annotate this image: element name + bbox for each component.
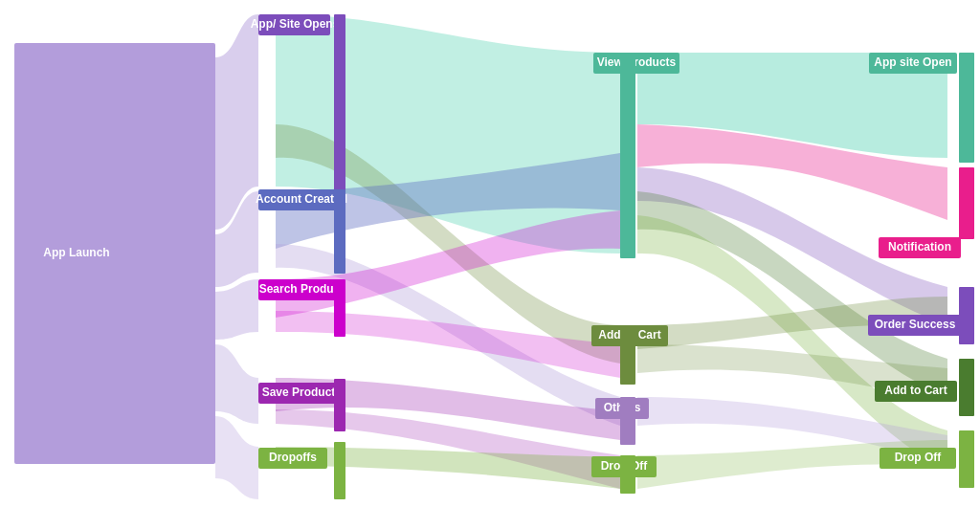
- label-view-products: View Products: [597, 55, 677, 69]
- label-save-product: Save Product: [262, 386, 336, 399]
- label-order-success: Order Success: [875, 318, 956, 331]
- node-bar-app-site-opens: [334, 14, 345, 191]
- sankey-chart: App Launch App/ Site Opens Account Creat…: [0, 0, 980, 529]
- node-bar-order-success: [959, 287, 974, 344]
- node-bar-account-created: [334, 189, 345, 274]
- label-dropoffs: Dropoffs: [269, 451, 317, 464]
- node-bar-view-products: [620, 53, 635, 258]
- node-bar-others: [620, 397, 635, 445]
- label-add-to-cart-right: Add to Cart: [884, 384, 947, 397]
- node-bar-drop-off-middle: [620, 455, 635, 494]
- node-bar-search-product: [334, 279, 345, 337]
- node-bar-notification: [959, 167, 974, 239]
- node-bar-app-site-open-right: [959, 53, 974, 163]
- node-bar-add-to-cart-middle: [620, 325, 635, 385]
- label-app-launch: App Launch: [43, 246, 109, 259]
- node-bar-save-product: [334, 379, 345, 431]
- label-drop-off-right: Drop Off: [895, 451, 943, 464]
- label-search-product: Search Product: [259, 282, 345, 296]
- label-account-created: Account Created: [256, 192, 347, 206]
- label-app-site-opens: App/ Site Opens: [251, 17, 340, 31]
- node-bar-drop-off-right: [959, 430, 974, 488]
- node-bar-add-to-cart-right: [959, 359, 974, 416]
- label-notification: Notification: [888, 240, 951, 253]
- label-app-site-open-right: App site Open: [874, 55, 951, 69]
- node-bar-dropoffs: [334, 442, 345, 499]
